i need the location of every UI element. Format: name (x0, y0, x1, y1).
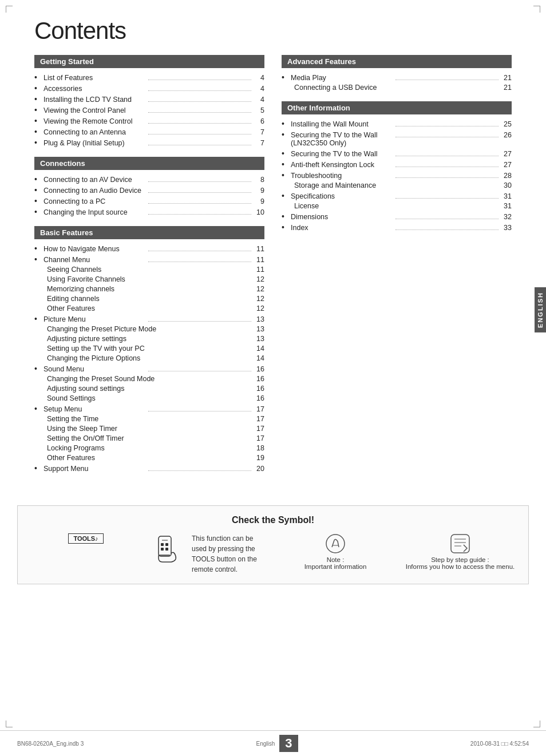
getting-started-section: Getting Started •List of Features4•Acces… (34, 55, 264, 148)
toc-item: •Connecting to an AV Device8 (34, 173, 264, 184)
content-area: Contents Getting Started •List of Featur… (0, 0, 546, 494)
toc-sub-item: Changing the Preset Sound Mode16 (34, 374, 264, 383)
toc-sub-item: Changing the Preset Picture Mode13 (34, 324, 264, 334)
connections-header: Connections (34, 157, 264, 170)
toc-item: •Securing the TV to the Wall (LN32C350 O… (282, 129, 512, 148)
footer-page-label: English (256, 741, 275, 747)
connections-section: Connections •Connecting to an AV Device8… (34, 157, 264, 217)
toc-sub-item: Changing the Picture Options14 (34, 353, 264, 363)
toc-item: •Connecting to a PC9 (34, 195, 264, 206)
toc-sub-item: Adjusting sound settings16 (34, 383, 264, 393)
toc-sub-item: Setting the On/Off Timer17 (34, 433, 264, 443)
toc-sub-item: Memorizing channels12 (34, 284, 264, 294)
toc-sub-item: Setting the Time17 (34, 414, 264, 423)
page-title: Contents (34, 17, 512, 45)
note-icon (325, 533, 346, 554)
advanced-features-list: •Media Play21Connecting a USB Device21 (282, 72, 512, 92)
footer-page: English 3 (256, 735, 298, 752)
toc-item: •Support Menu20 (34, 462, 264, 473)
toc-sub-item: Seeing Channels11 (34, 264, 264, 274)
toc-item: •Accessories4 (34, 82, 264, 93)
toc-item: •List of Features4 (34, 72, 264, 82)
page-number: 3 (279, 735, 298, 752)
toc-item: •Channel Menu11 (34, 254, 264, 264)
toc-item: •Setup Menu17 (34, 403, 264, 414)
svg-rect-2 (161, 543, 164, 546)
toc-sub-item: Other Features12 (34, 303, 264, 313)
other-information-header: Other Information (282, 101, 512, 114)
footer-left: BN68-02620A_Eng.indb 3 (17, 741, 84, 747)
toc-sub-item: Using Favorite Channels12 (34, 274, 264, 284)
other-information-list: •Installing the Wall Mount25•Securing th… (282, 118, 512, 232)
basic-features-section: Basic Features •How to Navigate Menus11•… (34, 226, 264, 473)
page-wrapper: Contents Getting Started •List of Featur… (0, 0, 546, 756)
check-symbol-title: Check the Symbol! (29, 515, 517, 525)
toc-sub-item: Setting up the TV with your PC14 (34, 343, 264, 353)
toc-item: •Viewing the Remote Control6 (34, 115, 264, 126)
footer-right: 2010-08-31 □□ 4:52:54 (470, 741, 529, 747)
toc-item: •Anti-theft Kensington Lock27 (282, 159, 512, 169)
connections-list: •Connecting to an AV Device8•Connecting … (34, 173, 264, 217)
toc-item: •Viewing the Control Panel5 (34, 104, 264, 115)
right-column: Advanced Features •Media Play21Connectin… (282, 55, 512, 482)
toc-sub-item: Sound Settings16 (34, 393, 264, 403)
basic-features-list: •How to Navigate Menus11•Channel Menu11S… (34, 243, 264, 473)
english-sidebar: ENGLISH (535, 287, 546, 333)
svg-rect-7 (451, 535, 469, 553)
tools-hand-icon (154, 533, 183, 565)
corner-bl (6, 721, 13, 727)
corner-br (533, 721, 540, 727)
toc-sub-item: Connecting a USB Device21 (282, 82, 512, 92)
note-col: Note : Important information (279, 533, 392, 570)
note-label: Note : Important information (304, 556, 367, 570)
toc-item: •Troubleshooting28 (282, 169, 512, 180)
symbol-row: TOOLS♪ This function can be used by pres… (29, 533, 517, 575)
svg-rect-4 (161, 548, 164, 551)
left-column: Getting Started •List of Features4•Acces… (34, 55, 264, 482)
toc-item: •Connecting to an Audio Device9 (34, 184, 264, 195)
footer: BN68-02620A_Eng.indb 3 English 3 2010-08… (0, 730, 546, 756)
advanced-features-section: Advanced Features •Media Play21Connectin… (282, 55, 512, 92)
tools-badge: TOOLS♪ (68, 533, 103, 544)
toc-item: •Specifications31 (282, 190, 512, 201)
step-icon (450, 533, 470, 554)
toc-item: •Installing the Wall Mount25 (282, 118, 512, 129)
toc-item: •Media Play21 (282, 72, 512, 82)
toc-sub-item: Other Features19 (34, 453, 264, 462)
toc-item: •Dimensions32 (282, 211, 512, 221)
step-col: Step by step guide : Informs you how to … (403, 533, 517, 570)
main-desc-col: This function can be used by pressing th… (154, 533, 267, 575)
getting-started-list: •List of Features4•Accessories4•Installi… (34, 72, 264, 148)
svg-point-6 (326, 535, 345, 553)
toc-item: •Index33 (282, 221, 512, 232)
advanced-features-header: Advanced Features (282, 55, 512, 68)
check-symbol-box: Check the Symbol! TOOLS♪ (17, 505, 529, 584)
corner-tl (6, 6, 13, 13)
toc-item: •Sound Menu16 (34, 363, 264, 374)
toc-item: •Picture Menu13 (34, 313, 264, 324)
basic-features-header: Basic Features (34, 226, 264, 239)
toc-sub-item: Storage and Maintenance30 (282, 180, 512, 190)
toc-item: •Changing the Input source10 (34, 206, 264, 217)
toc-item: •Plug & Play (Initial Setup)7 (34, 137, 264, 148)
svg-rect-0 (159, 536, 171, 556)
getting-started-header: Getting Started (34, 55, 264, 68)
toc-sub-item: Using the Sleep Timer17 (34, 423, 264, 433)
toc-sub-item: Locking Programs18 (34, 443, 264, 453)
toc-sub-item: License31 (282, 201, 512, 211)
two-column-layout: Getting Started •List of Features4•Acces… (34, 55, 512, 482)
svg-rect-5 (165, 548, 168, 551)
toc-item: •Securing the TV to the Wall27 (282, 148, 512, 159)
toc-item: •Installing the LCD TV Stand4 (34, 93, 264, 104)
toc-item: •Connecting to an Antenna7 (34, 126, 264, 137)
toc-sub-item: Adjusting picture settings13 (34, 334, 264, 343)
toc-item: •How to Navigate Menus11 (34, 243, 264, 254)
other-information-section: Other Information •Installing the Wall M… (282, 101, 512, 232)
tools-col: TOOLS♪ (29, 533, 143, 547)
corner-tr (533, 6, 540, 13)
tools-description: This function can be used by pressing th… (192, 533, 267, 575)
svg-rect-3 (165, 543, 168, 546)
step-label: Step by step guide : Informs you how to … (406, 556, 515, 570)
toc-sub-item: Editing channels12 (34, 294, 264, 303)
